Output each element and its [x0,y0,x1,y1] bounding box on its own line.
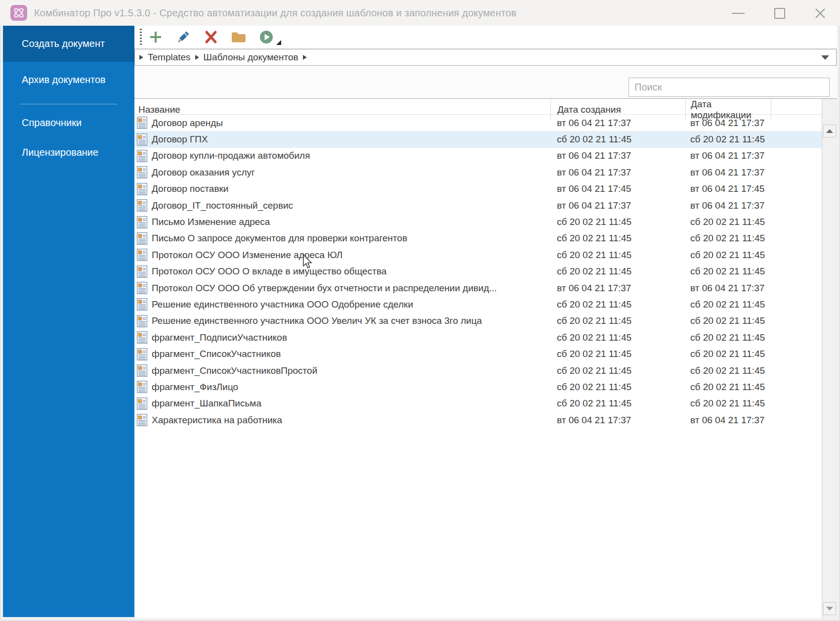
document-icon [137,266,147,278]
document-name: фрагмент_ФизЛицо [152,382,238,393]
arrow-down-icon [826,607,833,611]
breadcrumb-arrow-icon [139,55,143,60]
minimize-icon [732,13,745,14]
breadcrumb-dropdown-icon[interactable] [821,55,829,60]
document-icon [137,183,147,195]
document-name: Договор аренды [152,118,223,129]
table-row[interactable]: фрагмент_СписокУчастниковПростой сб 20 0… [134,362,822,379]
table-row[interactable]: Решение единственного участника ООО Одоб… [134,296,822,312]
created-date: сб 20 02 21 11:45 [550,382,685,393]
table-row[interactable]: Протокол ОСУ ООО Об утверждении бух отче… [134,280,822,296]
breadcrumb-bar[interactable]: Templates Шаблоны документов [134,49,837,66]
created-date: вт 06 04 21 17:45 [550,183,685,194]
document-icon [137,216,147,228]
sidebar-divider [20,104,118,104]
sidebar-item-licensing[interactable]: Лицензирование [3,139,134,165]
created-date: вт 06 04 21 17:37 [550,200,685,211]
table-row[interactable]: фрагмент_ФизЛицо сб 20 02 21 11:45 сб 20… [134,379,822,395]
document-name: Характеристика на работника [152,415,282,426]
table-row[interactable]: фрагмент_ПодписиУчастников сб 20 02 21 1… [134,329,822,346]
sidebar: Создать документ Архив документов Справо… [3,26,134,617]
table-row[interactable]: Характеристика на работника вт 06 04 21 … [134,412,822,428]
document-icon [137,150,147,162]
minimize-button[interactable] [727,4,749,23]
document-icon [137,282,147,294]
add-button[interactable] [142,27,169,47]
document-icon [137,315,147,327]
document-name: Договор ГПХ [152,134,208,145]
document-name: Договор купли-продажи автомобиля [152,150,310,161]
table-row[interactable]: Решение единственного участника ООО Увел… [134,313,822,329]
document-name: Письмо Изменение адреса [152,217,270,227]
delete-button[interactable] [197,27,225,47]
vertical-scrollbar[interactable] [822,100,837,618]
table-row[interactable]: Договор ГПХ сб 20 02 21 11:45 сб 20 02 2… [134,131,822,147]
document-icon [137,381,147,393]
modified-date: вт 06 04 21 17:37 [685,415,822,426]
table-row[interactable]: Договор купли-продажи автомобиля вт 06 0… [134,148,822,164]
arrow-up-icon [826,129,833,133]
modified-date: сб 20 02 21 11:45 [685,398,822,409]
search-input[interactable] [629,78,830,97]
documents-table: Название Дата создания Дата модификации … [134,99,822,618]
table-row[interactable]: Протокол ОСУ ООО Изменение адреса ЮЛ сб … [134,247,822,263]
document-name: Протокол ОСУ ООО Изменение адреса ЮЛ [152,250,342,261]
document-name: Договор поставки [152,183,228,194]
document-icon [137,331,147,344]
app-logo-icon [10,4,28,21]
created-date: сб 20 02 21 11:45 [550,266,685,277]
document-icon [137,249,147,261]
modified-date: вт 06 04 21 17:37 [685,167,822,178]
document-icon [137,133,147,146]
created-date: сб 20 02 21 11:45 [550,299,685,310]
table-body: Договор аренды вт 06 04 21 17:37 вт 06 0… [134,115,822,428]
open-folder-button[interactable] [225,27,252,47]
window-title: Комбинатор Про v1.5.3.0 - Средство автом… [34,7,516,19]
toolbar [134,26,837,48]
table-row[interactable]: Договор оказания услуг вт 06 04 21 17:37… [134,164,822,180]
document-name: фрагмент_СписокУчастников [152,349,281,359]
table-row[interactable]: фрагмент_ШапкаПисьма сб 20 02 21 11:45 с… [134,396,822,412]
document-name: Договор оказания услуг [152,167,255,178]
application-window: { "window": { "title": "Комбинатор Про v… [0,0,840,621]
document-name: Договор_IT_постоянный_сервис [152,200,293,211]
table-row[interactable]: Договор поставки вт 06 04 21 17:45 вт 06… [134,181,822,197]
close-button[interactable] [809,4,831,23]
sidebar-item-create-document[interactable]: Создать документ [3,26,134,62]
maximize-button[interactable] [769,4,791,23]
document-icon [137,414,147,426]
table-row[interactable]: Договор аренды вт 06 04 21 17:37 вт 06 0… [134,115,822,131]
table-row[interactable]: фрагмент_СписокУчастников сб 20 02 21 11… [134,346,822,362]
folder-icon [231,30,247,44]
titlebar: Комбинатор Про v1.5.3.0 - Средство автом… [0,0,840,26]
document-name: фрагмент_ШапкаПисьма [152,398,261,409]
document-icon [137,232,147,245]
modified-date: вт 06 04 21 17:45 [685,183,822,194]
play-icon [259,30,274,44]
created-date: вт 06 04 21 17:37 [550,283,685,294]
filter-bar [134,66,837,98]
created-date: вт 06 04 21 17:37 [550,415,685,426]
table-row[interactable]: Письмо Изменение адреса сб 20 02 21 11:4… [134,214,822,230]
modified-date: сб 20 02 21 11:45 [685,332,822,343]
sidebar-item-archive[interactable]: Архив документов [3,62,134,97]
modified-date: сб 20 02 21 11:45 [685,299,822,310]
created-date: сб 20 02 21 11:45 [550,250,685,261]
modified-date: сб 20 02 21 11:45 [685,365,822,376]
breadcrumb-arrow-icon [303,55,307,60]
edit-button[interactable] [169,27,197,47]
pencil-icon [176,30,191,44]
scroll-up-button[interactable] [823,125,836,137]
document-name: Письмо О запросе документов для проверки… [152,233,407,244]
table-row[interactable]: Письмо О запросе документов для проверки… [134,230,822,247]
table-row[interactable]: Договор_IT_постоянный_сервис вт 06 04 21… [134,197,822,214]
run-dropdown-caret-icon[interactable] [276,40,281,45]
created-date: сб 20 02 21 11:45 [550,365,685,376]
scroll-down-button[interactable] [823,602,836,615]
table-row[interactable]: Протокол ОСУ ООО О вкладе в имущество об… [134,264,822,280]
breadcrumb-item-document-templates[interactable]: Шаблоны документов [204,52,298,63]
modified-date: сб 20 02 21 11:45 [685,134,822,145]
breadcrumb-item-templates[interactable]: Templates [148,52,191,63]
document-icon [137,348,147,360]
sidebar-item-references[interactable]: Справочники [3,110,134,135]
